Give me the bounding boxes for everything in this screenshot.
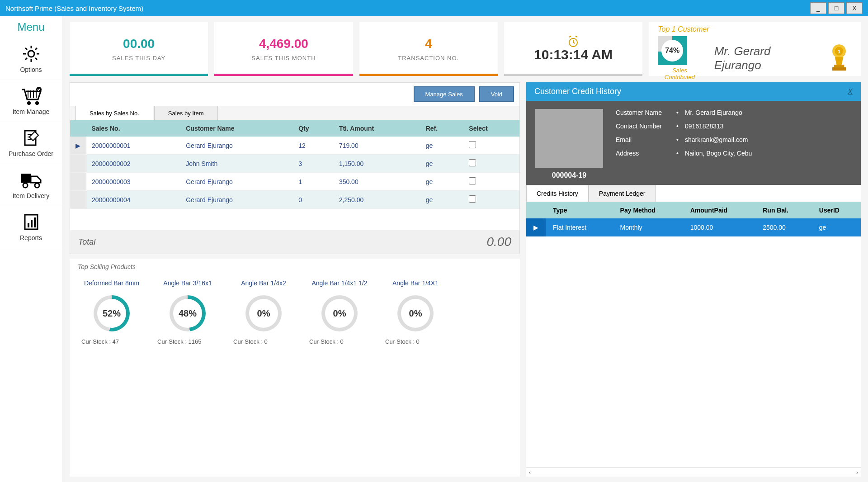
top-customer-contrib: Sales Contributed (658, 67, 701, 80)
svg-rect-10 (31, 220, 33, 227)
customer-field: Address•Nailon, Bogo City, Cebu (616, 150, 852, 157)
stats-row: 00.00 SALES THIS DAY 4,469.00 SALES THIS… (70, 22, 861, 76)
sales-row[interactable]: 20000000003Gerard Ejurango1350.00ge (70, 173, 519, 191)
product-card: Angle Bar 1/4X10%Cur-Stock : 0 (382, 279, 449, 345)
content: 00.00 SALES THIS DAY 4,469.00 SALES THIS… (62, 16, 868, 482)
sales-col-header: Customer Name (180, 120, 293, 137)
sidebar-item-item-manage[interactable]: Item Manage (0, 80, 62, 122)
customer-field: Contact Number•09161828313 (616, 123, 852, 130)
tab-sales-by-no[interactable]: Sales by Sales No. (75, 106, 153, 120)
svg-rect-16 (834, 65, 844, 67)
sidebar-item-options[interactable]: Options (0, 38, 62, 80)
credit-col-header: UserID (812, 202, 861, 218)
titlebar: Northsoft Prime (Sales and Inventory Sys… (0, 0, 868, 16)
sidebar-item-label: Options (0, 66, 62, 73)
tab-sales-by-item[interactable]: Sales by Item (154, 106, 218, 120)
truck-icon (0, 169, 62, 191)
product-name: Angle Bar 1/4x2 (230, 279, 297, 288)
sales-col-header: Select (463, 120, 519, 137)
tab-payment-ledger[interactable]: Payment Ledger (589, 185, 656, 202)
tab-credits-history[interactable]: Credits History (526, 185, 589, 202)
row-select-checkbox[interactable] (469, 141, 476, 148)
product-ring: 0% (397, 295, 434, 331)
product-card: Angle Bar 1/4x1 1/20%Cur-Stock : 0 (306, 279, 373, 345)
sidebar: Menu OptionsItem ManagePurchase OrderIte… (0, 16, 62, 482)
svg-rect-11 (34, 217, 36, 227)
svg-rect-17 (832, 67, 846, 71)
sidebar-item-label: Purchase Order (0, 150, 62, 157)
credit-row[interactable]: ▶Flat InterestMonthly1000.002500.00ge (526, 218, 861, 236)
horizontal-scrollbar[interactable]: ‹› (526, 468, 861, 477)
credit-panel: Customer Credit History X 000004-19 Cust… (526, 82, 861, 477)
top-customer-title: Top 1 Customer (658, 25, 852, 33)
trophy-icon: 1 (826, 43, 852, 74)
credit-col-header: AmountPaid (683, 202, 756, 218)
menu-title: Menu (0, 16, 62, 38)
void-button[interactable]: Void (479, 86, 514, 102)
minimize-button[interactable]: _ (810, 2, 826, 14)
card-sales-day: 00.00 SALES THIS DAY (70, 22, 208, 76)
svg-rect-9 (28, 223, 29, 227)
sales-row[interactable]: 20000000004Gerard Ejurango02,250.00ge (70, 191, 519, 209)
customer-id: 000004-19 (535, 171, 603, 180)
sidebar-item-purchase-order[interactable]: Purchase Order (0, 122, 62, 164)
svg-point-1 (27, 101, 31, 105)
credit-col-header: Run Bal. (755, 202, 812, 218)
trans-no-label: TRANSACTION NO. (398, 55, 459, 61)
top-customer-name: Mr. Gerard Ejurango (714, 44, 814, 72)
maximize-button[interactable]: □ (828, 2, 844, 14)
product-ring: 48% (170, 295, 206, 331)
close-button[interactable]: X (846, 2, 863, 14)
customer-field: Email•sharkrank@gmail.com (616, 136, 852, 143)
customer-photo (535, 109, 603, 168)
card-time: 10:13:14 AM (504, 22, 642, 76)
manage-sales-button[interactable]: Manage Sales (414, 86, 475, 102)
product-name: Angle Bar 1/4X1 (382, 279, 449, 288)
product-ring: 52% (94, 295, 130, 331)
product-name: Angle Bar 3/16x1 (154, 279, 222, 288)
sales-col-header: Qty (293, 120, 334, 137)
product-card: Angle Bar 3/16x148%Cur-Stock : 1165 (154, 279, 222, 345)
top-products-title: Top Selling Products (78, 263, 512, 270)
top-products: Top Selling Products Deformed Bar 8mm52%… (70, 259, 520, 477)
total-label: Total (78, 237, 95, 247)
row-select-checkbox[interactable] (469, 177, 476, 184)
total-row: Total 0.00 (70, 230, 519, 254)
top-customer-ring: 74% (658, 36, 687, 65)
credit-table: TypePay MethodAmountPaidRun Bal.UserID ▶… (526, 202, 861, 468)
svg-point-7 (35, 183, 39, 188)
sales-col-header: Ref. (420, 120, 464, 137)
sidebar-item-item-delivery[interactable]: Item Delivery (0, 164, 62, 206)
sidebar-item-label: Item Manage (0, 108, 62, 115)
product-stock: Cur-Stock : 1165 (154, 338, 222, 345)
sidebar-item-reports[interactable]: Reports (0, 206, 62, 248)
sidebar-item-label: Item Delivery (0, 192, 62, 199)
credit-header-title: Customer Credit History (534, 87, 621, 96)
product-ring: 0% (245, 295, 282, 331)
sales-col-header: Ttl. Amount (334, 120, 420, 137)
product-name: Angle Bar 1/4x1 1/2 (306, 279, 373, 288)
product-stock: Cur-Stock : 47 (78, 338, 146, 345)
svg-rect-5 (21, 174, 31, 183)
row-select-checkbox[interactable] (469, 195, 476, 203)
sales-row[interactable]: ▶20000000001Gerard Ejurango12719.00ge (70, 137, 519, 155)
sidebar-item-label: Reports (0, 234, 62, 241)
trans-no-value: 4 (425, 37, 432, 51)
sales-row[interactable]: 20000000002John Smith31,150.00ge (70, 155, 519, 173)
clock-icon (566, 35, 580, 47)
row-select-checkbox[interactable] (469, 159, 476, 166)
credit-col-header: Pay Method (613, 202, 683, 218)
card-sales-month: 4,469.00 SALES THIS MONTH (214, 22, 353, 76)
credit-col-header: Type (546, 202, 613, 218)
sales-day-label: SALES THIS DAY (112, 55, 165, 61)
product-stock: Cur-Stock : 0 (382, 338, 449, 345)
report-icon (0, 211, 62, 233)
sales-col-header: Sales No. (86, 120, 181, 137)
doc-icon (0, 127, 62, 149)
product-card: Deformed Bar 8mm52%Cur-Stock : 47 (78, 279, 146, 345)
sales-month-label: SALES THIS MONTH (251, 55, 316, 61)
customer-field: Customer Name•Mr. Gerard Ejurango (616, 109, 852, 116)
credit-close-button[interactable]: X (848, 88, 853, 96)
sales-month-value: 4,469.00 (259, 37, 308, 51)
product-name: Deformed Bar 8mm (78, 279, 146, 288)
